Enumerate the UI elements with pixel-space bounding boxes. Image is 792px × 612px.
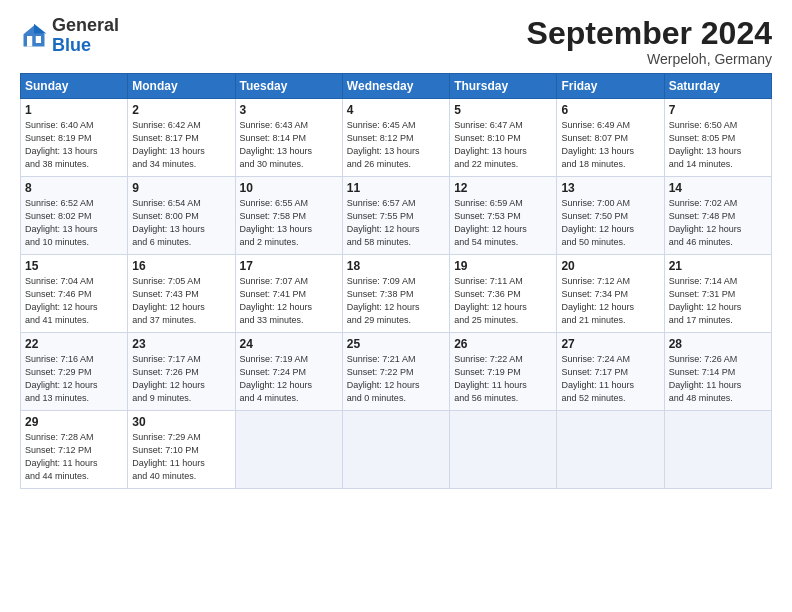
calendar-day-cell: 19Sunrise: 7:11 AMSunset: 7:36 PMDayligh… (450, 255, 557, 333)
empty-cell (450, 411, 557, 489)
calendar-day-cell: 11Sunrise: 6:57 AMSunset: 7:55 PMDayligh… (342, 177, 449, 255)
day-number: 21 (669, 259, 767, 273)
empty-cell (342, 411, 449, 489)
day-detail: Sunrise: 7:02 AMSunset: 7:48 PMDaylight:… (669, 197, 767, 249)
logo-text: General Blue (52, 16, 119, 56)
day-detail: Sunrise: 6:52 AMSunset: 8:02 PMDaylight:… (25, 197, 123, 249)
calendar-week-row: 22Sunrise: 7:16 AMSunset: 7:29 PMDayligh… (21, 333, 772, 411)
day-detail: Sunrise: 7:00 AMSunset: 7:50 PMDaylight:… (561, 197, 659, 249)
calendar-day-cell: 3Sunrise: 6:43 AMSunset: 8:14 PMDaylight… (235, 99, 342, 177)
day-detail: Sunrise: 7:04 AMSunset: 7:46 PMDaylight:… (25, 275, 123, 327)
day-detail: Sunrise: 6:45 AMSunset: 8:12 PMDaylight:… (347, 119, 445, 171)
day-detail: Sunrise: 7:12 AMSunset: 7:34 PMDaylight:… (561, 275, 659, 327)
calendar-day-cell: 15Sunrise: 7:04 AMSunset: 7:46 PMDayligh… (21, 255, 128, 333)
calendar-table: SundayMondayTuesdayWednesdayThursdayFrid… (20, 73, 772, 489)
calendar-day-cell: 7Sunrise: 6:50 AMSunset: 8:05 PMDaylight… (664, 99, 771, 177)
svg-rect-2 (27, 36, 32, 47)
day-number: 14 (669, 181, 767, 195)
weekday-header-tuesday: Tuesday (235, 74, 342, 99)
day-number: 28 (669, 337, 767, 351)
weekday-header-friday: Friday (557, 74, 664, 99)
calendar-day-cell: 10Sunrise: 6:55 AMSunset: 7:58 PMDayligh… (235, 177, 342, 255)
day-number: 13 (561, 181, 659, 195)
day-number: 20 (561, 259, 659, 273)
day-number: 30 (132, 415, 230, 429)
day-detail: Sunrise: 6:50 AMSunset: 8:05 PMDaylight:… (669, 119, 767, 171)
calendar-day-cell: 8Sunrise: 6:52 AMSunset: 8:02 PMDaylight… (21, 177, 128, 255)
calendar-day-cell: 1Sunrise: 6:40 AMSunset: 8:19 PMDaylight… (21, 99, 128, 177)
logo: General Blue (20, 16, 119, 56)
day-detail: Sunrise: 6:59 AMSunset: 7:53 PMDaylight:… (454, 197, 552, 249)
calendar-day-cell: 12Sunrise: 6:59 AMSunset: 7:53 PMDayligh… (450, 177, 557, 255)
day-number: 11 (347, 181, 445, 195)
location: Werpeloh, Germany (527, 51, 772, 67)
logo-blue: Blue (52, 35, 91, 55)
day-detail: Sunrise: 7:09 AMSunset: 7:38 PMDaylight:… (347, 275, 445, 327)
weekday-header-saturday: Saturday (664, 74, 771, 99)
day-detail: Sunrise: 7:17 AMSunset: 7:26 PMDaylight:… (132, 353, 230, 405)
calendar-day-cell: 4Sunrise: 6:45 AMSunset: 8:12 PMDaylight… (342, 99, 449, 177)
day-number: 19 (454, 259, 552, 273)
calendar-day-cell: 13Sunrise: 7:00 AMSunset: 7:50 PMDayligh… (557, 177, 664, 255)
weekday-header-wednesday: Wednesday (342, 74, 449, 99)
calendar-day-cell: 2Sunrise: 6:42 AMSunset: 8:17 PMDaylight… (128, 99, 235, 177)
calendar-day-cell: 24Sunrise: 7:19 AMSunset: 7:24 PMDayligh… (235, 333, 342, 411)
logo-general: General (52, 15, 119, 35)
day-detail: Sunrise: 7:19 AMSunset: 7:24 PMDaylight:… (240, 353, 338, 405)
logo-icon (20, 22, 48, 50)
day-number: 8 (25, 181, 123, 195)
calendar-day-cell: 25Sunrise: 7:21 AMSunset: 7:22 PMDayligh… (342, 333, 449, 411)
day-number: 18 (347, 259, 445, 273)
calendar-week-row: 15Sunrise: 7:04 AMSunset: 7:46 PMDayligh… (21, 255, 772, 333)
calendar-day-cell: 6Sunrise: 6:49 AMSunset: 8:07 PMDaylight… (557, 99, 664, 177)
day-number: 1 (25, 103, 123, 117)
month-title: September 2024 (527, 16, 772, 51)
empty-cell (664, 411, 771, 489)
day-number: 6 (561, 103, 659, 117)
calendar-week-row: 29Sunrise: 7:28 AMSunset: 7:12 PMDayligh… (21, 411, 772, 489)
day-detail: Sunrise: 6:55 AMSunset: 7:58 PMDaylight:… (240, 197, 338, 249)
day-detail: Sunrise: 7:26 AMSunset: 7:14 PMDaylight:… (669, 353, 767, 405)
day-detail: Sunrise: 6:47 AMSunset: 8:10 PMDaylight:… (454, 119, 552, 171)
day-detail: Sunrise: 6:49 AMSunset: 8:07 PMDaylight:… (561, 119, 659, 171)
calendar-day-cell: 17Sunrise: 7:07 AMSunset: 7:41 PMDayligh… (235, 255, 342, 333)
day-detail: Sunrise: 7:22 AMSunset: 7:19 PMDaylight:… (454, 353, 552, 405)
day-number: 27 (561, 337, 659, 351)
day-number: 24 (240, 337, 338, 351)
calendar-day-cell: 28Sunrise: 7:26 AMSunset: 7:14 PMDayligh… (664, 333, 771, 411)
day-number: 10 (240, 181, 338, 195)
day-detail: Sunrise: 7:16 AMSunset: 7:29 PMDaylight:… (25, 353, 123, 405)
day-number: 26 (454, 337, 552, 351)
header: General Blue September 2024 Werpeloh, Ge… (20, 16, 772, 67)
day-number: 23 (132, 337, 230, 351)
calendar-week-row: 1Sunrise: 6:40 AMSunset: 8:19 PMDaylight… (21, 99, 772, 177)
day-number: 29 (25, 415, 123, 429)
calendar-day-cell: 30Sunrise: 7:29 AMSunset: 7:10 PMDayligh… (128, 411, 235, 489)
weekday-header-row: SundayMondayTuesdayWednesdayThursdayFrid… (21, 74, 772, 99)
svg-rect-3 (36, 36, 41, 43)
calendar-day-cell: 5Sunrise: 6:47 AMSunset: 8:10 PMDaylight… (450, 99, 557, 177)
day-detail: Sunrise: 7:28 AMSunset: 7:12 PMDaylight:… (25, 431, 123, 483)
day-number: 17 (240, 259, 338, 273)
day-number: 12 (454, 181, 552, 195)
calendar-day-cell: 29Sunrise: 7:28 AMSunset: 7:12 PMDayligh… (21, 411, 128, 489)
calendar-day-cell: 20Sunrise: 7:12 AMSunset: 7:34 PMDayligh… (557, 255, 664, 333)
calendar-day-cell: 18Sunrise: 7:09 AMSunset: 7:38 PMDayligh… (342, 255, 449, 333)
day-number: 15 (25, 259, 123, 273)
day-detail: Sunrise: 6:40 AMSunset: 8:19 PMDaylight:… (25, 119, 123, 171)
day-number: 16 (132, 259, 230, 273)
empty-cell (557, 411, 664, 489)
day-detail: Sunrise: 7:11 AMSunset: 7:36 PMDaylight:… (454, 275, 552, 327)
day-detail: Sunrise: 7:21 AMSunset: 7:22 PMDaylight:… (347, 353, 445, 405)
day-number: 5 (454, 103, 552, 117)
day-detail: Sunrise: 6:43 AMSunset: 8:14 PMDaylight:… (240, 119, 338, 171)
calendar-day-cell: 14Sunrise: 7:02 AMSunset: 7:48 PMDayligh… (664, 177, 771, 255)
calendar-day-cell: 23Sunrise: 7:17 AMSunset: 7:26 PMDayligh… (128, 333, 235, 411)
day-detail: Sunrise: 7:29 AMSunset: 7:10 PMDaylight:… (132, 431, 230, 483)
day-detail: Sunrise: 6:57 AMSunset: 7:55 PMDaylight:… (347, 197, 445, 249)
calendar-week-row: 8Sunrise: 6:52 AMSunset: 8:02 PMDaylight… (21, 177, 772, 255)
page: General Blue September 2024 Werpeloh, Ge… (0, 0, 792, 499)
day-number: 22 (25, 337, 123, 351)
day-number: 25 (347, 337, 445, 351)
calendar-day-cell: 9Sunrise: 6:54 AMSunset: 8:00 PMDaylight… (128, 177, 235, 255)
